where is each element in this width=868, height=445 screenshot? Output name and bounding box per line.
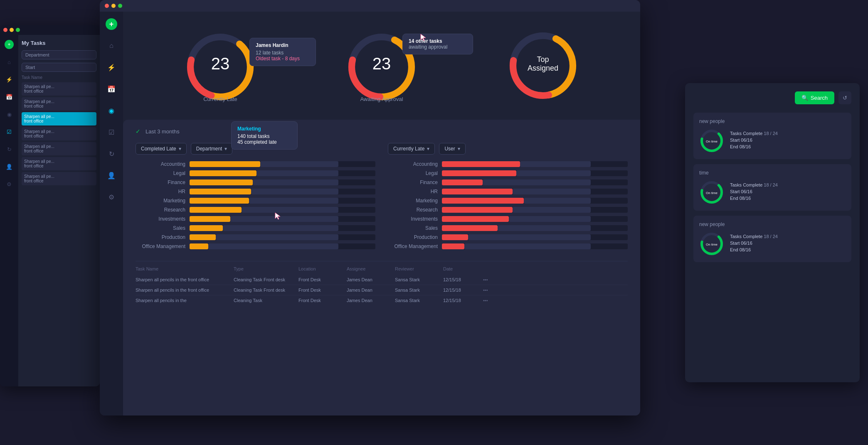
search-label: Search [811, 95, 828, 101]
bar-fill-red-sales [442, 225, 498, 231]
bar-fill-dark-investments-cl [230, 216, 338, 222]
card-1-tasks: Tasks Complete 18 / 24 [730, 131, 846, 136]
bg-start-input[interactable]: Start [22, 63, 96, 72]
main-dashboard: + ⌂ ⚡ 📅 ◉ ☑ ↻ 👤 ⚙ 23 Currently Late Jame… [100, 0, 640, 415]
bg-task-row-4[interactable]: Sharpen all pe...front office [22, 127, 96, 140]
bar-track-legal-cur [442, 170, 628, 176]
td-dots-3[interactable]: ••• [483, 298, 488, 303]
right-card-3: new people On time Tasks Complete 18 / 2… [693, 216, 851, 262]
bg-nav-analytics-icon[interactable]: ◉ [5, 110, 14, 119]
content-area: ✓ Last 3 months Completed Late ▾ Departm… [123, 120, 640, 415]
card-3-header: new people [699, 221, 846, 227]
nav-tasks-icon[interactable]: ☑ [106, 126, 117, 138]
td-task-2: Sharpen all pencils in the front office [136, 288, 227, 293]
bg-nav-activity-icon[interactable]: ⚡ [5, 75, 14, 84]
search-button[interactable]: 🔍 Search [795, 91, 834, 104]
mkt-tooltip-total: 140 total tasks [237, 133, 291, 139]
bar-fill-red-legal [442, 170, 516, 176]
dot-yellow [10, 28, 14, 32]
bar-fill-dark-accounting-cl [260, 161, 338, 167]
tooltip-1-line1: 12 late tasks [256, 50, 310, 56]
bar-track-hr-cl [190, 189, 375, 194]
bar-label-hr-cl: HR [136, 189, 185, 194]
bar-fill-orange-sales-cl [190, 225, 223, 231]
completed-late-arrow-icon: ▾ [179, 146, 181, 152]
bar-fill-dark-legal-cl [256, 170, 338, 176]
nav-analytics-icon[interactable]: ◉ [106, 105, 117, 116]
mkt-tooltip-title: Marketing [237, 126, 291, 132]
reset-button[interactable]: ↺ [838, 91, 851, 104]
bg-nav-settings-icon[interactable]: ⚙ [5, 179, 14, 189]
bar-fill-dark-investments-cur [509, 216, 591, 222]
currently-late-header: Currently Late ▾ User ▾ [388, 143, 628, 155]
svg-text:On time: On time [706, 191, 718, 195]
bg-left-content: My Tasks Department Start Task Name Shar… [18, 35, 100, 386]
td-task-1: Sharpen all pencils in the front office [136, 277, 227, 282]
main-dot-red [105, 4, 109, 8]
bar-row-research-cur: Research [388, 207, 628, 213]
bg-nav-profile-icon[interactable]: 👤 [5, 162, 14, 171]
bar-fill-orange-marketing-cl [190, 198, 249, 204]
svg-text:On time: On time [706, 140, 718, 143]
bg-nav-add-icon[interactable]: + [5, 40, 14, 49]
bg-department-input[interactable]: Department [22, 50, 96, 59]
bar-row-accounting-cur: Accounting [388, 161, 628, 167]
nav-refresh-icon[interactable]: ↻ [106, 148, 117, 160]
completed-late-label: Completed Late [141, 146, 176, 152]
bg-nav-tasks-icon[interactable]: ☑ [5, 127, 14, 136]
bar-row-production-cl: Production [136, 234, 375, 240]
bg-task-row-6[interactable]: Sharpen all pe...front office [22, 157, 96, 170]
completed-late-bars: Accounting Legal [136, 161, 375, 249]
bar-label-sales-cur: Sales [388, 225, 438, 231]
department-dropdown[interactable]: Department ▾ [191, 143, 233, 155]
bg-task-row-7[interactable]: Sharpen all pe...front office [22, 172, 96, 185]
tooltip-2-title: 14 other tasks [409, 38, 467, 44]
td-review-1: Sansa Stark [395, 277, 436, 282]
bg-nav-calendar-icon[interactable]: 📅 [5, 92, 14, 101]
gauge-top-assigned: Top Assigned [506, 28, 580, 103]
bottom-table: Task Name Type Location Assignee Reviewe… [136, 261, 628, 305]
gauge-1-center: 23 [211, 54, 230, 73]
table-row-2: Sharpen all pencils in the front office … [136, 285, 628, 295]
search-bar-area: 🔍 Search ↺ [693, 91, 851, 104]
bar-fill-dark-finance-cl [253, 179, 338, 185]
card-1-tc-val: 18 / 24 [764, 131, 778, 136]
nav-add-icon[interactable]: + [106, 18, 117, 30]
bg-nav-home-icon[interactable]: ⌂ [5, 57, 14, 66]
bg-task-row-1[interactable]: Sharpen all pe...front office [22, 82, 96, 96]
user-dropdown[interactable]: User ▾ [439, 143, 465, 155]
nav-home-icon[interactable]: ⌂ [106, 40, 117, 52]
user-arrow-icon: ▾ [458, 146, 460, 152]
bar-fill-dark-production-cur [468, 234, 591, 240]
bar-fill-dark-finance-cur [483, 179, 590, 185]
gauge-1-label: Currently Late [203, 96, 237, 102]
bar-fill-dark-sales-cl [223, 225, 338, 231]
main-dot-green [118, 4, 122, 8]
th-assignee: Assignee [347, 266, 388, 271]
bar-fill-red-marketing [442, 198, 524, 204]
currently-late-arrow-icon: ▾ [427, 146, 429, 152]
bg-task-row-3-active[interactable]: Sharpen all pe...front office [22, 112, 96, 125]
nav-profile-icon[interactable]: 👤 [106, 170, 117, 181]
td-dots-1[interactable]: ••• [483, 277, 488, 282]
bar-fill-red-accounting [442, 161, 520, 167]
bar-label-production-cl: Production [136, 234, 185, 240]
bg-task-row-2[interactable]: Sharpen all pe...front office [22, 97, 96, 111]
bg-task-row-5[interactable]: Sharpen all pe...front office [22, 142, 96, 155]
nav-activity-icon[interactable]: ⚡ [106, 61, 117, 73]
completed-late-dropdown[interactable]: Completed Late ▾ [136, 143, 187, 155]
bg-nav-refresh-icon[interactable]: ↻ [5, 145, 14, 154]
td-assign-3: James Dean [347, 298, 388, 303]
bar-label-finance-cl: Finance [136, 179, 185, 185]
nav-calendar-icon[interactable]: 📅 [106, 83, 117, 95]
td-type-3: Cleaning Task [234, 298, 292, 303]
tooltip-2-line1: awaiting approval [409, 44, 467, 50]
nav-settings-icon[interactable]: ⚙ [106, 191, 117, 203]
td-dots-2[interactable]: ••• [483, 288, 488, 293]
bar-track-accounting-cur [442, 161, 628, 167]
currently-late-dropdown[interactable]: Currently Late ▾ [388, 143, 435, 155]
card-3-tc-val: 18 / 24 [764, 234, 778, 239]
td-loc-2: Front Desk [298, 288, 340, 293]
bar-fill-red-finance [442, 179, 483, 185]
card-2-tasks: Tasks Complete 18 / 24 [730, 182, 846, 187]
